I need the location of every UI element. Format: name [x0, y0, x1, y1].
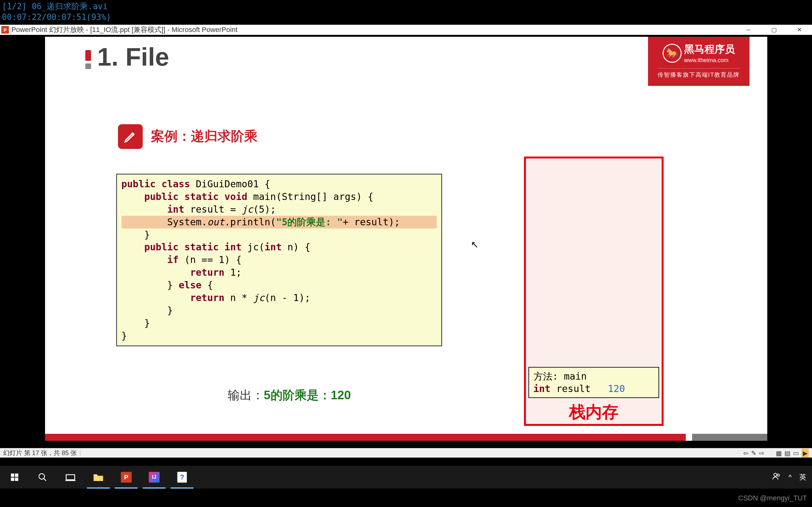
window-title: PowerPoint 幻灯片放映 - [11_IO流.ppt [兼容模式]] -… — [11, 25, 238, 35]
status-nav: ⇦ ✎ ⇨ ▦ ▤ ▭ ▶ — [743, 448, 809, 458]
slide-footer-gray-bar — [692, 434, 767, 441]
powerpoint-taskbar-icon[interactable]: P — [112, 466, 140, 489]
svg-point-6 — [774, 473, 777, 476]
slide-footer-red-bar — [45, 434, 686, 441]
output-value: 5的阶乘是：120 — [264, 389, 351, 402]
video-file-line: [1/2] 06_递归求阶乘.avi — [2, 1, 111, 12]
logo-name: 黑马程序员 — [684, 43, 735, 56]
windows-taskbar[interactable]: P IJ ? ^ 英 — [0, 466, 812, 489]
code-box: public class DiGuiDemo01 { public static… — [116, 174, 442, 346]
output-line: 输出：5的阶乘是：120 — [228, 387, 351, 403]
slide: 1. File 🐎 黑马程序员 www.itheima.com 传智播客旗下高端… — [45, 37, 767, 441]
mouse-cursor-icon: ↖ — [471, 239, 478, 250]
people-icon[interactable] — [772, 472, 781, 483]
pencil-icon — [118, 124, 143, 149]
window-controls: ─ ▢ ✕ — [736, 25, 812, 35]
titlebar[interactable]: P PowerPoint 幻灯片放映 - [11_IO流.ppt [兼容模式]]… — [0, 25, 812, 35]
svg-rect-3 — [15, 477, 18, 481]
maximize-button[interactable]: ▢ — [761, 25, 786, 35]
ime-language[interactable]: 英 — [799, 472, 806, 482]
powerpoint-icon: P — [1, 26, 9, 34]
view-reading-button[interactable]: ▭ — [793, 449, 799, 457]
system-tray: ^ 英 — [772, 472, 811, 483]
title-decoration — [85, 50, 91, 69]
logo-url: www.itheima.com — [684, 57, 735, 64]
pen-tool-button[interactable]: ✎ — [751, 449, 757, 457]
logo-horse-icon: 🐎 — [663, 44, 681, 63]
stack-label: 栈内存 — [526, 401, 662, 424]
svg-rect-2 — [11, 477, 14, 481]
file-explorer-icon[interactable] — [84, 466, 112, 489]
slide-title: 1. File — [97, 43, 169, 72]
view-sorter-button[interactable]: ▤ — [784, 449, 791, 457]
stack-memory-box: 方法: main int result 120 栈内存 — [524, 157, 664, 426]
powerpoint-window: P PowerPoint 幻灯片放映 - [11_IO流.ppt [兼容模式]]… — [0, 25, 812, 458]
case-title: 案例：递归求阶乘 — [151, 127, 258, 145]
slide-counter: 幻灯片 第 17 张，共 85 张 — [3, 449, 77, 457]
svg-point-7 — [777, 474, 779, 476]
view-slideshow-button[interactable]: ▶ — [802, 449, 809, 458]
intellij-taskbar-icon[interactable]: IJ — [140, 466, 168, 489]
search-button[interactable] — [29, 466, 56, 489]
stack-frame-main: 方法: main int result 120 — [528, 367, 659, 398]
svg-point-4 — [39, 474, 45, 480]
next-slide-button[interactable]: ⇨ — [759, 449, 764, 457]
watermark: CSDN @mengyi_TUT — [738, 489, 807, 507]
status-bar: 幻灯片 第 17 张，共 85 张 ⇦ ✎ ⇨ ▦ ▤ ▭ ▶ — [0, 448, 812, 458]
svg-rect-5 — [66, 475, 75, 480]
tray-chevron-up-icon[interactable]: ^ — [789, 473, 792, 481]
video-time-line: 00:07:22/00:07:51(93%) — [2, 12, 111, 23]
start-button[interactable] — [1, 466, 29, 489]
help-app-icon[interactable]: ? — [168, 466, 196, 489]
logo-box: 🐎 黑马程序员 www.itheima.com 传智播客旗下高端IT教育品牌 — [648, 37, 750, 86]
svg-rect-0 — [11, 473, 14, 477]
minimize-button[interactable]: ─ — [736, 25, 761, 35]
logo-tagline: 传智播客旗下高端IT教育品牌 — [658, 68, 740, 78]
svg-rect-1 — [15, 473, 18, 477]
task-view-button[interactable] — [56, 466, 84, 489]
slide-area[interactable]: 1. File 🐎 黑马程序员 www.itheima.com 传智播客旗下高端… — [0, 35, 812, 448]
view-normal-button[interactable]: ▦ — [776, 449, 782, 457]
prev-slide-button[interactable]: ⇦ — [743, 449, 749, 457]
output-label: 输出： — [228, 389, 264, 402]
close-button[interactable]: ✕ — [786, 25, 812, 35]
video-overlay: [1/2] 06_递归求阶乘.avi 00:07:22/00:07:51(93%… — [0, 0, 113, 24]
